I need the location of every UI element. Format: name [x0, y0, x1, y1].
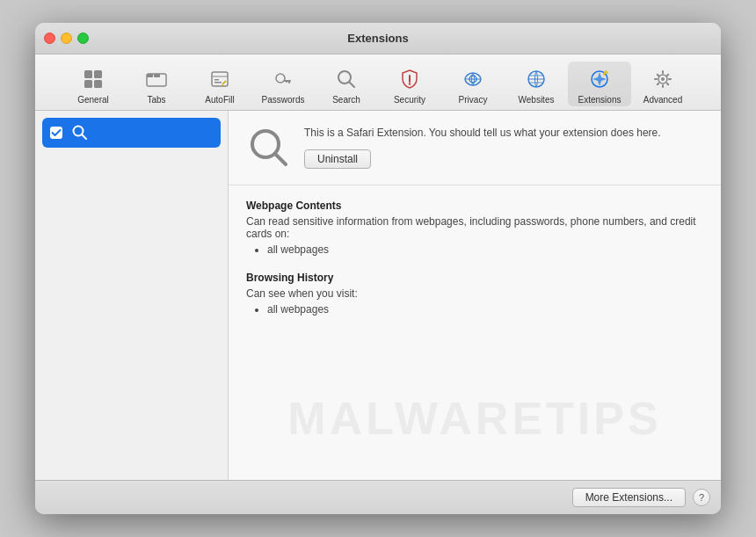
toolbar-item-autofill[interactable]: AutoFill	[188, 62, 251, 106]
svg-rect-9	[214, 79, 219, 81]
webpage-contents-item-0: all webpages	[267, 243, 703, 256]
toolbar-item-search[interactable]: Search	[315, 62, 378, 106]
svg-rect-10	[214, 82, 222, 83]
extension-description: This is a Safari Extension. You should t…	[304, 125, 703, 141]
toolbar-item-websites[interactable]: Websites	[505, 62, 568, 106]
general-icon	[79, 65, 107, 93]
extensions-sidebar	[35, 111, 229, 480]
titlebar: Extensions	[35, 23, 721, 54]
extension-search-icon	[70, 123, 90, 142]
search-label: Search	[332, 95, 360, 105]
tabs-label: Tabs	[147, 95, 165, 105]
webpage-contents-title: Webpage Contents	[246, 200, 703, 212]
advanced-icon	[649, 65, 677, 93]
maximize-button[interactable]	[77, 33, 89, 44]
svg-point-29	[661, 77, 665, 81]
general-label: General	[77, 95, 109, 105]
browsing-history-permission: Browsing History Can see when you visit:…	[246, 272, 703, 316]
security-label: Security	[394, 95, 425, 105]
toolbar-item-extensions[interactable]: Extensions	[568, 62, 631, 106]
autofill-icon	[206, 65, 234, 93]
advanced-label: Advanced	[643, 95, 682, 105]
passwords-icon	[269, 65, 297, 93]
passwords-label: Passwords	[262, 95, 305, 105]
webpage-contents-permission: Webpage Contents Can read sensitive info…	[246, 200, 703, 256]
permissions-section: Webpage Contents Can read sensitive info…	[229, 185, 721, 480]
svg-rect-32	[654, 78, 658, 80]
webpage-contents-desc: Can read sensitive information from webp…	[246, 215, 703, 240]
extension-info: This is a Safari Extension. You should t…	[304, 125, 703, 169]
minimize-button[interactable]	[61, 33, 72, 44]
uninstall-button[interactable]: Uninstall	[304, 149, 371, 169]
extensions-label: Extensions	[578, 95, 622, 105]
toolbar-item-security[interactable]: Security	[378, 62, 441, 106]
svg-rect-5	[147, 74, 153, 77]
toolbar-item-general[interactable]: General	[62, 62, 125, 106]
content-area: MALWARETIPS This is a Safari Extension. …	[35, 111, 721, 480]
toolbar-item-passwords[interactable]: Passwords	[251, 62, 315, 106]
svg-rect-6	[154, 74, 160, 77]
autofill-label: AutoFill	[205, 95, 234, 105]
webpage-contents-list: all webpages	[267, 243, 703, 256]
window-controls	[44, 33, 89, 44]
websites-icon	[522, 65, 550, 93]
svg-point-20	[409, 83, 411, 84]
toolbar-item-privacy[interactable]: Privacy	[441, 62, 505, 106]
search-toolbar-icon	[332, 65, 360, 93]
main-panel: MALWARETIPS This is a Safari Extension. …	[229, 111, 721, 480]
help-button[interactable]: ?	[693, 489, 710, 506]
extension-header: This is a Safari Extension. You should t…	[229, 111, 721, 185]
bottom-bar: More Extensions... ?	[35, 480, 721, 514]
svg-rect-1	[94, 70, 102, 78]
svg-rect-0	[84, 70, 92, 78]
safari-extensions-window: Extensions General	[35, 23, 721, 514]
toolbar: General Tabs	[35, 54, 721, 111]
svg-rect-7	[212, 72, 228, 86]
window-title: Extensions	[347, 32, 408, 45]
tabs-icon	[142, 65, 171, 93]
browsing-history-desc: Can see when you visit:	[246, 287, 703, 300]
svg-rect-3	[94, 80, 102, 88]
browsing-history-title: Browsing History	[246, 272, 703, 284]
svg-rect-2	[84, 80, 92, 88]
websites-label: Websites	[519, 95, 555, 105]
svg-point-13	[276, 74, 285, 83]
sidebar-item-search-ext[interactable]	[42, 118, 221, 148]
toolbar-item-tabs[interactable]: Tabs	[125, 62, 188, 106]
browsing-history-item-0: all webpages	[267, 303, 703, 316]
svg-rect-15	[288, 80, 290, 83]
svg-rect-30	[662, 70, 664, 74]
svg-line-40	[82, 134, 86, 139]
svg-rect-16	[286, 80, 287, 83]
svg-line-11	[222, 81, 226, 84]
svg-line-18	[350, 83, 355, 88]
security-icon	[396, 65, 424, 93]
browsing-history-list: all webpages	[267, 303, 703, 316]
close-button[interactable]	[44, 33, 55, 44]
privacy-icon	[459, 65, 487, 93]
svg-rect-31	[662, 84, 664, 88]
extensions-icon	[585, 65, 614, 93]
toolbar-item-advanced[interactable]: Advanced	[631, 62, 694, 106]
privacy-label: Privacy	[459, 95, 488, 105]
extension-big-search-icon	[246, 125, 292, 171]
svg-rect-33	[668, 78, 672, 80]
more-extensions-button[interactable]: More Extensions...	[572, 488, 686, 507]
svg-line-42	[275, 154, 286, 164]
checkbox-checked-icon	[49, 126, 63, 140]
